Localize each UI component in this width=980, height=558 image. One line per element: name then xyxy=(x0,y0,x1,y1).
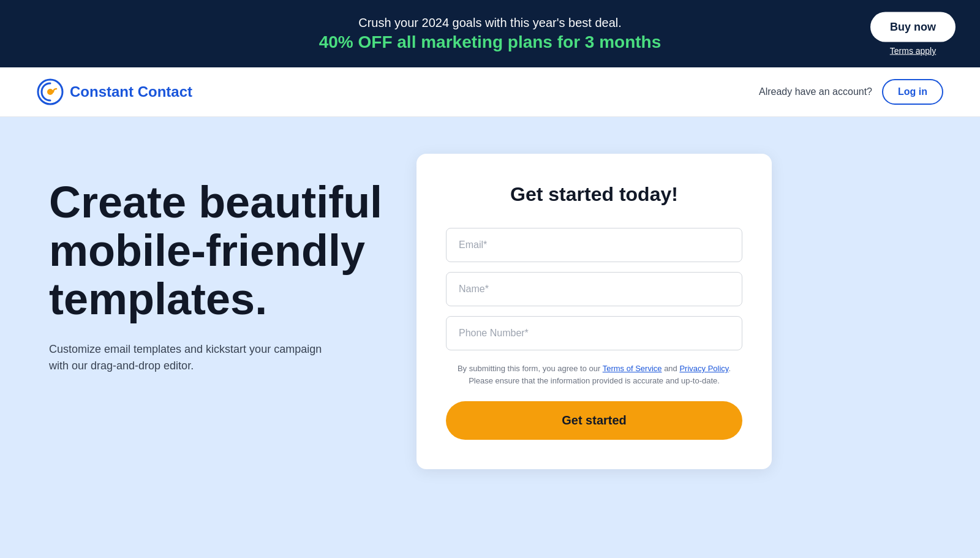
consent-and: and xyxy=(662,364,680,373)
name-input[interactable] xyxy=(446,272,742,306)
logo-text: Constant Contact xyxy=(70,83,192,100)
privacy-policy-link[interactable]: Privacy Policy xyxy=(679,364,728,373)
email-input[interactable] xyxy=(446,228,742,262)
login-button[interactable]: Log in xyxy=(882,79,943,105)
consent-text: By submitting this form, you agree to ou… xyxy=(446,363,742,386)
navbar: Constant Contact Already have an account… xyxy=(0,67,980,117)
form-card: Get started today! By submitting this fo… xyxy=(417,154,772,469)
get-started-button[interactable]: Get started xyxy=(446,401,742,440)
nav-right: Already have an account? Log in xyxy=(759,79,943,105)
logo-container[interactable]: Constant Contact xyxy=(37,78,192,105)
banner-headline: Crush your 2024 goals with this year's b… xyxy=(358,16,622,30)
left-panel: Create beautiful mobile-friendly templat… xyxy=(49,154,392,374)
consent-before: By submitting this form, you agree to ou… xyxy=(458,364,603,373)
svg-point-1 xyxy=(47,89,53,95)
logo-icon xyxy=(37,78,64,105)
form-title: Get started today! xyxy=(446,183,742,206)
buy-now-button[interactable]: Buy now xyxy=(870,12,956,42)
phone-input[interactable] xyxy=(446,316,742,350)
buy-now-container: Buy now Terms apply xyxy=(870,12,956,56)
already-account-text: Already have an account? xyxy=(759,86,872,97)
banner-offer: 40% OFF all marketing plans for 3 months xyxy=(319,32,662,52)
banner-text-container: Crush your 2024 goals with this year's b… xyxy=(319,16,662,52)
promo-banner: Crush your 2024 goals with this year's b… xyxy=(0,0,980,67)
hero-subtext: Customize email templates and kickstart … xyxy=(49,341,343,374)
main-content: Create beautiful mobile-friendly templat… xyxy=(0,117,980,558)
signup-form: By submitting this form, you agree to ou… xyxy=(446,228,742,440)
hero-heading: Create beautiful mobile-friendly templat… xyxy=(49,178,392,324)
terms-of-service-link[interactable]: Terms of Service xyxy=(603,364,662,373)
terms-apply-link[interactable]: Terms apply xyxy=(890,46,936,56)
